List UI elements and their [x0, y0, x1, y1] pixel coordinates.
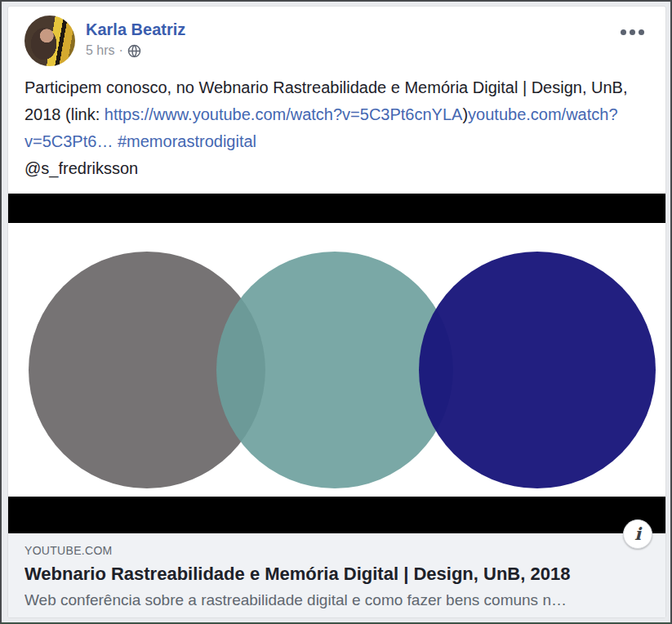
ellipsis-dot [621, 29, 626, 35]
mention-text: @s_fredriksson [24, 159, 138, 177]
letterbox-bar-bottom [8, 497, 665, 533]
meta-separator: · [119, 43, 123, 58]
venn-circle-navy [419, 252, 656, 488]
ellipsis-dot [630, 29, 635, 35]
post-meta-line: 5 hrs · [86, 43, 185, 58]
preview-title-link[interactable]: Webnario Rastreabilidade e Memória Digit… [24, 564, 649, 585]
link-preview-media[interactable]: i [8, 194, 665, 533]
info-icon: i [634, 524, 641, 544]
post-header: Karla Beatriz 5 hrs · [8, 7, 665, 73]
venn-circle-teal [216, 252, 453, 488]
preview-source: YOUTUBE.COM [24, 544, 649, 557]
letterbox-bar-top [8, 194, 665, 223]
header-meta: Karla Beatriz 5 hrs · [86, 16, 185, 73]
globe-icon [127, 44, 141, 58]
ad-info-button[interactable]: i [623, 519, 652, 549]
author-name-link[interactable]: Karla Beatriz [86, 20, 185, 39]
preview-description: Web conferência sobre a rastreabilidade … [24, 591, 649, 609]
ellipsis-dot [639, 29, 644, 35]
facebook-post-card: Karla Beatriz 5 hrs · Participem conosco… [7, 6, 666, 618]
screenshot-frame: Karla Beatriz 5 hrs · Participem conosco… [0, 0, 672, 624]
post-body-text: Participem conosco, no Webnario Rastreab… [8, 73, 665, 194]
post-url-link[interactable]: https://www.youtube.com/watch?v=5C3Pt6cn… [105, 105, 463, 123]
post-options-button[interactable] [617, 26, 648, 38]
hashtag-link[interactable]: #memorastrodigital [118, 132, 256, 150]
profile-avatar[interactable] [24, 16, 75, 66]
link-preview-footer[interactable]: YOUTUBE.COM Webnario Rastreabilidade e M… [8, 533, 665, 617]
venn-image[interactable] [8, 223, 665, 497]
timestamp-link[interactable]: 5 hrs [86, 43, 115, 58]
